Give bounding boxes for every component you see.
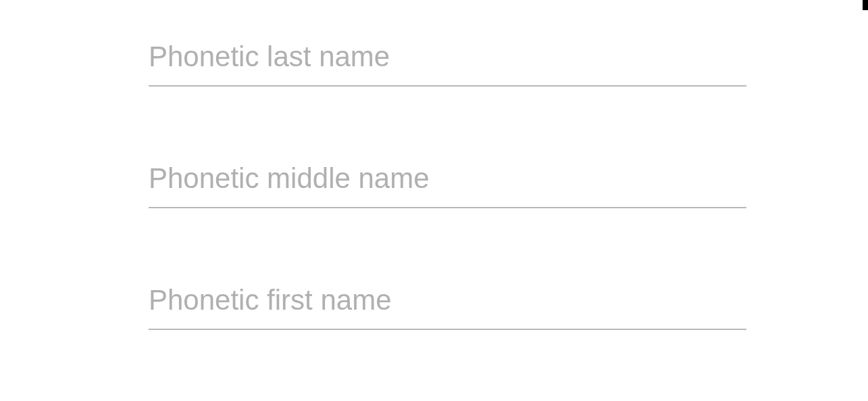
screen-edge	[863, 0, 868, 10]
phonetic-first-name-input[interactable]	[149, 277, 746, 330]
phonetic-last-name-input[interactable]	[149, 34, 746, 87]
phonetic-middle-name-input[interactable]	[149, 156, 746, 208]
contact-phonetic-name-form	[0, 0, 868, 377]
